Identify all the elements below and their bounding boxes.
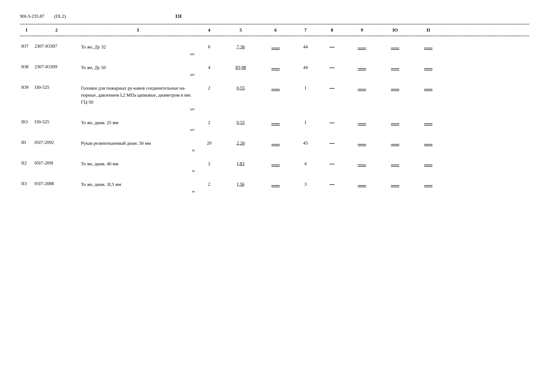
unit-label: м (81, 189, 195, 194)
description: То же, Ду 50 шт (80, 63, 196, 77)
row-number: IIO (20, 119, 33, 125)
description-cell: То же, Ду 50 шт (81, 64, 195, 77)
col7-value: I (292, 119, 319, 126)
item-code: I30-525 (33, 84, 80, 91)
item-code: 05I7-2088 (33, 180, 80, 187)
description: То же, диам. 40 мм м (80, 160, 196, 174)
col8-value (319, 160, 345, 167)
col11-value (412, 139, 445, 147)
col-header-4: 4 (196, 27, 222, 33)
unit-label: шт (81, 127, 195, 132)
row-number: II2 (20, 160, 33, 166)
item-code: 2307-IO309 (33, 63, 80, 70)
dash-symbol (330, 47, 335, 48)
description-cell: То же, Ду 32 шт (81, 43, 195, 56)
description-cell: Рукав резинотканевый диам. 50 мм м (81, 140, 195, 152)
col9-value (345, 139, 379, 147)
description-text: То же, Ду 50 (81, 64, 195, 71)
table-row: IO9 I30-525 Головки для пожарных ру-каво… (20, 84, 529, 112)
equals-symbol (424, 48, 432, 50)
price-value: 0,55 (237, 85, 245, 91)
price: 7,36 (222, 43, 259, 50)
item-code: 2307-IO307 (33, 43, 80, 49)
quantity: 2 (196, 180, 222, 188)
col-header-11: II (412, 27, 445, 33)
col11-value (412, 43, 445, 50)
col6-value (259, 119, 292, 126)
col9-value (345, 43, 379, 50)
col6-value (259, 160, 292, 167)
equals-symbol (391, 124, 399, 126)
equals-symbol (424, 165, 432, 167)
quantity: 2 (196, 160, 222, 167)
col7-value: 45 (292, 139, 319, 146)
col-header-6: 6 (259, 27, 292, 33)
col8-value (319, 63, 345, 71)
price: IO,98 (222, 63, 259, 71)
col9-value (345, 180, 379, 188)
row-number: IO7 (20, 43, 33, 49)
unit-label: шт (81, 107, 195, 111)
equals-symbol (424, 89, 432, 91)
description: Рукав резинотканевый диам. 50 мм м (80, 139, 196, 153)
col11-value (412, 180, 445, 188)
price-value: I,56 (237, 182, 244, 187)
equals-symbol (358, 165, 366, 167)
dash-symbol (330, 184, 335, 185)
table-row: IIO I30-525 То же, диам. 25 мм шт 2 0,55… (20, 119, 529, 133)
price: 2,26 (222, 139, 259, 146)
description-cell: То же, диам. 40 мм м (81, 160, 195, 173)
equals-symbol (271, 68, 280, 70)
col10-value (379, 119, 412, 126)
dash-symbol (330, 143, 335, 144)
quantity: 4 (196, 63, 222, 71)
col6-value (259, 63, 292, 71)
table-row: IO7 2307-IO307 То же, Ду 32 шт 6 7,36 44 (20, 43, 529, 57)
equals-symbol (358, 48, 366, 50)
col8-value (319, 139, 345, 146)
col7-value: I (292, 84, 319, 91)
price-value: 2,26 (237, 140, 245, 146)
description-cell: То же, диам. 25 мм шт (81, 119, 195, 132)
col10-value (379, 63, 412, 71)
equals-symbol (391, 185, 399, 187)
dash-symbol (330, 123, 335, 123)
quantity: 20 (196, 139, 222, 146)
unit-label: м (81, 148, 195, 152)
equals-symbol (271, 89, 280, 91)
col6-value (259, 84, 292, 92)
row-number: II3 (20, 180, 33, 187)
equals-symbol (424, 68, 432, 70)
unit-label: шт (81, 52, 195, 56)
quantity: 6 (196, 43, 222, 50)
doc-number: 90I-3-235.87 (20, 14, 44, 19)
item-code: 05I7-209I (33, 160, 80, 166)
section-label: (IX.2) (54, 14, 66, 19)
col8-value (319, 119, 345, 126)
price: 0,55 (222, 119, 259, 126)
item-code: I30-525 (33, 119, 80, 125)
col11-value (412, 63, 445, 71)
description-cell: То же, диам. 3I,5 мм м (81, 181, 195, 194)
description-text: То же, диам. 25 мм (81, 119, 195, 126)
col9-value (345, 84, 379, 92)
equals-symbol (271, 165, 280, 167)
description: То же, Ду 32 шт (80, 43, 196, 57)
col8-value (319, 43, 345, 50)
price: I,56 (222, 180, 259, 188)
description: То же, диам. 3I,5 мм м (80, 180, 196, 194)
row-number: III (20, 139, 33, 146)
equals-symbol (271, 48, 280, 50)
col10-value (379, 160, 412, 167)
col6-value (259, 139, 292, 147)
item-code: 05I7-2092 (33, 139, 80, 146)
row-number: IO8 (20, 63, 33, 70)
top-divider (20, 24, 529, 24)
table-row: III 05I7-2092 Рукав резинотканевый диам.… (20, 139, 529, 153)
equals-symbol (358, 68, 366, 70)
col11-value (412, 160, 445, 167)
col9-value (345, 119, 379, 126)
table-body: IO7 2307-IO307 То же, Ду 32 шт 6 7,36 44… (20, 43, 529, 194)
description-cell: Головки для пожарных ру-кавов соединител… (81, 85, 195, 111)
col-header-1: I (20, 27, 33, 33)
